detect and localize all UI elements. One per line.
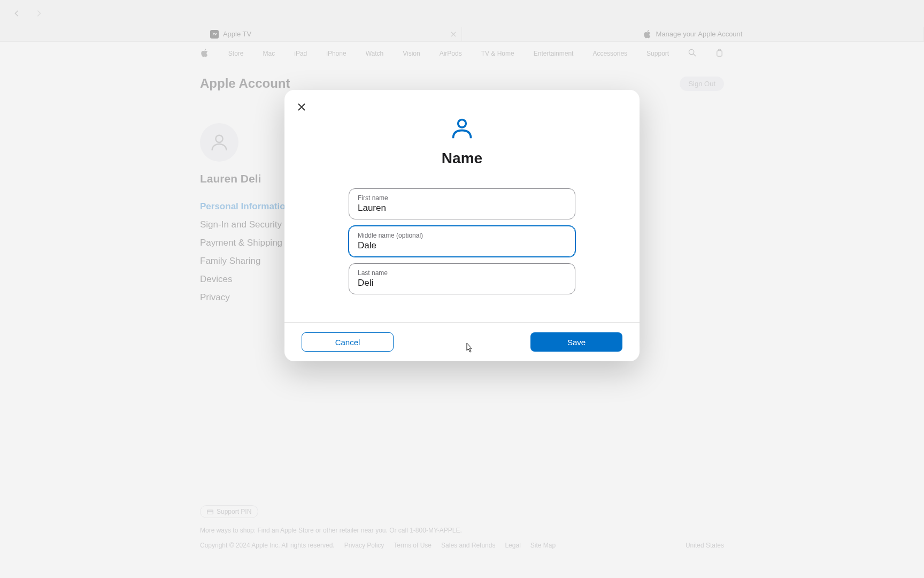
cancel-button[interactable]: Cancel: [302, 332, 394, 352]
first-name-label: First name: [358, 194, 566, 202]
modal-title: Name: [442, 150, 482, 167]
first-name-field[interactable]: First name: [349, 188, 575, 219]
name-modal: Name First name Middle name (optional) L…: [284, 90, 640, 361]
user-icon: [450, 117, 474, 140]
last-name-input[interactable]: [358, 278, 566, 288]
middle-name-field[interactable]: Middle name (optional): [349, 226, 575, 257]
middle-name-label: Middle name (optional): [358, 232, 566, 239]
modal-overlay: Name First name Middle name (optional) L…: [0, 0, 924, 578]
svg-point-4: [458, 120, 466, 128]
last-name-label: Last name: [358, 269, 566, 277]
last-name-field[interactable]: Last name: [349, 263, 575, 294]
save-button[interactable]: Save: [530, 332, 622, 352]
modal-footer: Cancel Save: [284, 322, 640, 361]
close-button[interactable]: [296, 102, 307, 112]
first-name-input[interactable]: [358, 203, 566, 214]
middle-name-input[interactable]: [358, 240, 566, 251]
